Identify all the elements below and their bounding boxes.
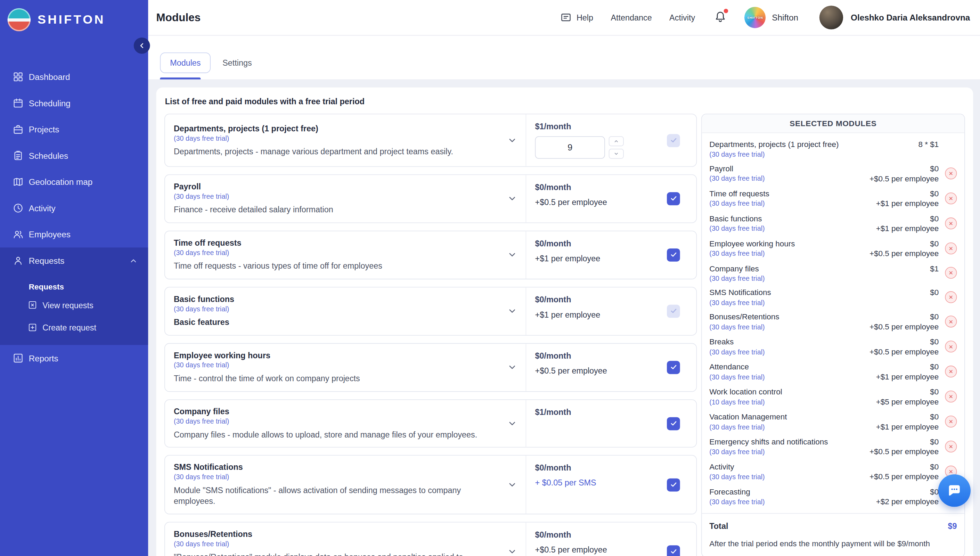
module-price: $0/month (535, 530, 657, 540)
module-card-employee-working-hours: Employee working hours(30 days free tria… (165, 343, 697, 392)
module-checkbox[interactable] (667, 361, 680, 374)
module-expand-button[interactable] (503, 132, 521, 149)
module-price: $0/month (535, 351, 657, 360)
module-trial-badge: (30 days free trial) (174, 473, 503, 481)
module-card-time-off-requests: Time off requests(30 days free trial)Tim… (165, 230, 697, 279)
sidebar-item-schedules[interactable]: Schedules (0, 142, 148, 169)
projects-icon (13, 124, 24, 135)
selected-module-per-unit: +$0.5 per employee (870, 447, 939, 456)
module-expand-button[interactable] (503, 190, 521, 207)
stepper-up-button[interactable] (609, 136, 624, 146)
sidebar-item-requests[interactable]: Requests (0, 247, 148, 274)
sidebar-item-view-requests[interactable]: View requests (0, 294, 148, 316)
module-expand-button[interactable] (503, 476, 521, 493)
selected-module-row: Company files(30 days free trial)$1✕ (709, 261, 957, 285)
active-tab-underline (160, 78, 200, 79)
attendance-link[interactable]: Attendance (610, 13, 652, 22)
remove-module-icon[interactable]: ✕ (945, 416, 957, 428)
module-trial-badge: (30 days free trial) (174, 540, 503, 548)
module-price: $0/month (535, 295, 657, 304)
module-price: $1/month (535, 407, 657, 417)
selected-module-row: Basic functions(30 days free trial)$0+$1… (709, 211, 957, 236)
total-row: Total $9 (702, 513, 964, 538)
remove-module-icon[interactable]: ✕ (945, 366, 957, 378)
remove-module-icon[interactable]: ✕ (945, 441, 957, 453)
selected-module-name: Company files (709, 264, 924, 274)
selected-modules-title: SELECTED MODULES (702, 114, 964, 133)
reports-icon (13, 352, 24, 364)
sidebar-item-activity[interactable]: Activity (0, 195, 148, 221)
selected-module-trial: (30 days free trial) (709, 448, 863, 456)
module-price: $1/month (535, 122, 657, 131)
module-checkbox[interactable] (667, 304, 680, 318)
remove-module-icon[interactable]: ✕ (945, 341, 957, 353)
user-avatar[interactable] (819, 6, 843, 29)
view-requests-icon (27, 300, 37, 310)
company-logo-text: SHIFTON (747, 16, 763, 19)
selected-module-price: $0 (876, 488, 939, 496)
remove-module-icon[interactable]: ✕ (945, 192, 957, 204)
module-price-per-unit: +$0.5 per employee (535, 197, 657, 207)
selected-module-price: $0 (870, 164, 939, 173)
module-price: $0/month (535, 463, 657, 473)
remove-module-icon[interactable]: ✕ (945, 242, 957, 254)
selected-module-name: Attendance (709, 362, 870, 372)
selected-module-price: $1 (930, 264, 939, 273)
activity-link[interactable]: Activity (669, 13, 695, 22)
module-expand-button[interactable] (503, 359, 521, 376)
selected-module-trial: (30 days free trial) (709, 225, 870, 232)
module-price-per-unit: +$0.5 per employee (535, 366, 657, 375)
company-name[interactable]: Shifton (772, 13, 798, 22)
chat-widget-button[interactable] (938, 474, 971, 507)
sidebar-subitem-label: Create request (42, 323, 96, 332)
selected-module-name: Bonuses/Retentions (709, 312, 863, 322)
selected-module-row: Departments, projects (1 project free)(3… (709, 137, 957, 161)
selected-module-row: Time off requests(30 days free trial)$0+… (709, 186, 957, 211)
notifications-button[interactable] (714, 10, 727, 25)
sidebar-collapse-button[interactable] (134, 37, 150, 54)
module-expand-button[interactable] (503, 543, 521, 556)
module-checkbox[interactable] (667, 134, 680, 147)
module-card-basic-functions: Basic functions(30 days free trial)Basic… (165, 287, 697, 335)
quantity-input[interactable]: 9 (535, 136, 605, 159)
chevron-left-icon (137, 41, 146, 50)
sidebar-item-employees[interactable]: Employees (0, 221, 148, 248)
tab-modules[interactable]: Modules (160, 52, 211, 73)
stepper-down-button[interactable] (609, 149, 624, 159)
selected-module-name: Basic functions (709, 214, 870, 224)
selected-module-price: $0 (870, 338, 939, 346)
sidebar-item-reports[interactable]: Reports (0, 345, 148, 372)
module-checkbox[interactable] (667, 478, 680, 491)
module-checkbox[interactable] (667, 545, 680, 556)
remove-module-icon[interactable]: ✕ (945, 218, 957, 230)
sidebar-item-geolocation-map[interactable]: Geolocation map (0, 169, 148, 195)
module-description: Module "SMS notifications" - allows acti… (174, 486, 503, 507)
help-link[interactable]: Help (560, 11, 593, 23)
company-logo[interactable]: SHIFTON (744, 7, 765, 28)
module-checkbox[interactable] (667, 249, 680, 262)
module-expand-button[interactable] (503, 302, 521, 320)
sidebar-item-scheduling[interactable]: Scheduling (0, 90, 148, 116)
sidebar-item-create-request[interactable]: Create request (0, 316, 148, 339)
remove-module-icon[interactable]: ✕ (945, 291, 957, 303)
module-expand-button[interactable] (503, 415, 521, 432)
module-trial-badge: (30 days free trial) (174, 192, 503, 200)
module-price-per-unit: + $0.05 per SMS (535, 478, 657, 488)
module-trial-badge: (30 days free trial) (174, 249, 503, 257)
module-expand-button[interactable] (503, 246, 521, 263)
module-checkbox[interactable] (667, 192, 680, 205)
user-name[interactable]: Oleshko Daria Aleksandrovna (851, 13, 970, 22)
remove-module-icon[interactable]: ✕ (945, 168, 957, 179)
tab-settings[interactable]: Settings (219, 52, 255, 73)
module-checkbox[interactable] (667, 417, 680, 430)
remove-module-icon[interactable]: ✕ (945, 267, 957, 279)
sidebar-item-dashboard[interactable]: Dashboard (0, 64, 148, 90)
module-trial-badge: (30 days free trial) (174, 305, 503, 312)
remove-module-icon[interactable]: ✕ (945, 316, 957, 328)
shifton-logo-icon (8, 8, 31, 31)
module-description: Basic features (174, 317, 503, 328)
employees-icon (13, 229, 24, 240)
sidebar-item-projects[interactable]: Projects (0, 116, 148, 143)
remove-module-icon[interactable]: ✕ (945, 391, 957, 403)
selected-module-row: Payroll(30 days free trial)$0+$0.5 per e… (709, 161, 957, 186)
